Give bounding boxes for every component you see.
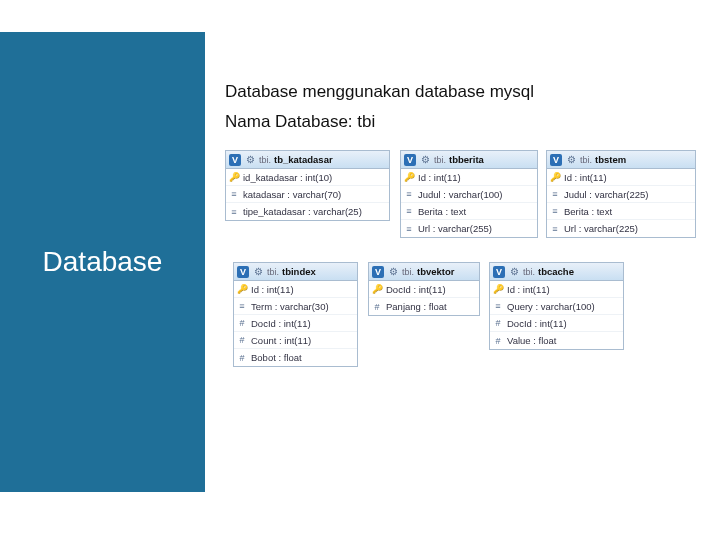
column-definition: id_katadasar : int(10) <box>243 172 332 183</box>
column-row: #Bobot : float <box>234 349 357 366</box>
schema-label: tbi. <box>580 155 592 165</box>
hash-icon: # <box>237 353 247 363</box>
column-row: 🔑Id : int(11) <box>234 281 357 298</box>
column-row: 🔑Id : int(11) <box>490 281 623 298</box>
column-row: ≡Url : varchar(225) <box>547 220 695 237</box>
column-row: #Count : int(11) <box>234 332 357 349</box>
hash-icon: # <box>237 318 247 328</box>
hash-icon: # <box>237 335 247 345</box>
column-definition: Id : int(11) <box>507 284 550 295</box>
schema-label: tbi. <box>434 155 446 165</box>
key-icon: 🔑 <box>493 284 503 294</box>
column-definition: Berita : text <box>564 206 612 217</box>
table-icon: V <box>237 266 249 278</box>
column-row: ≡Berita : text <box>401 203 537 220</box>
key-icon: 🔑 <box>237 284 247 294</box>
column-row: ≡Query : varchar(100) <box>490 298 623 315</box>
gear-icon: ⚙ <box>508 266 520 278</box>
schema-label: tbi. <box>402 267 414 277</box>
hash-icon: # <box>493 318 503 328</box>
text-icon: ≡ <box>493 301 503 311</box>
column-row: ≡Url : varchar(255) <box>401 220 537 237</box>
key-icon: 🔑 <box>372 284 382 294</box>
text-icon: ≡ <box>550 206 560 216</box>
schema-label: tbi. <box>523 267 535 277</box>
table-icon: V <box>493 266 505 278</box>
column-definition: DocId : int(11) <box>507 318 567 329</box>
table-icon: V <box>404 154 416 166</box>
gear-icon: ⚙ <box>387 266 399 278</box>
table-icon: V <box>229 154 241 166</box>
table-header: V⚙tbi.tbvektor <box>369 263 479 281</box>
column-definition: Id : int(11) <box>251 284 294 295</box>
table-name: tbcache <box>538 266 574 277</box>
column-row: ≡katadasar : varchar(70) <box>226 186 389 203</box>
text-icon: ≡ <box>404 224 414 234</box>
db-table-tbindex: V⚙tbi.tbindex🔑Id : int(11)≡Term : varcha… <box>233 262 358 367</box>
text-icon: ≡ <box>237 301 247 311</box>
column-row: 🔑Id : int(11) <box>547 169 695 186</box>
column-definition: katadasar : varchar(70) <box>243 189 341 200</box>
sidebar: Database <box>0 32 205 492</box>
column-definition: Judul : varchar(100) <box>418 189 502 200</box>
key-icon: 🔑 <box>229 172 239 182</box>
column-row: #DocId : int(11) <box>234 315 357 332</box>
schema-label: tbi. <box>259 155 271 165</box>
column-definition: Panjang : float <box>386 301 447 312</box>
table-header: V⚙tbi.tbcache <box>490 263 623 281</box>
db-table-tbcache: V⚙tbi.tbcache🔑Id : int(11)≡Query : varch… <box>489 262 624 350</box>
column-definition: Count : int(11) <box>251 335 311 346</box>
table-header: V⚙tbi.tbstem <box>547 151 695 169</box>
key-icon: 🔑 <box>404 172 414 182</box>
schema-diagram: V⚙tbi.tb_katadasar🔑id_katadasar : int(10… <box>225 150 705 450</box>
column-definition: Id : int(11) <box>418 172 461 183</box>
text-icon: ≡ <box>550 224 560 234</box>
table-name: tbberita <box>449 154 484 165</box>
table-name: tbstem <box>595 154 626 165</box>
text-icon: ≡ <box>404 189 414 199</box>
db-name: Nama Database: tbi <box>225 112 705 132</box>
content-area: Database menggunakan database mysql Nama… <box>225 82 705 450</box>
column-row: #Value : float <box>490 332 623 349</box>
db-table-tbberita: V⚙tbi.tbberita🔑Id : int(11)≡Judul : varc… <box>400 150 538 238</box>
gear-icon: ⚙ <box>565 154 577 166</box>
db-table-tbvektor: V⚙tbi.tbvektor🔑DocId : int(11)#Panjang :… <box>368 262 480 316</box>
column-row: ≡Berita : text <box>547 203 695 220</box>
sidebar-title: Database <box>43 246 163 278</box>
db-description: Database menggunakan database mysql <box>225 82 705 102</box>
column-definition: Judul : varchar(225) <box>564 189 648 200</box>
text-icon: ≡ <box>404 206 414 216</box>
schema-label: tbi. <box>267 267 279 277</box>
column-row: 🔑id_katadasar : int(10) <box>226 169 389 186</box>
table-name: tbvektor <box>417 266 454 277</box>
column-definition: Url : varchar(225) <box>564 223 638 234</box>
column-definition: tipe_katadasar : varchar(25) <box>243 206 362 217</box>
column-row: 🔑Id : int(11) <box>401 169 537 186</box>
column-definition: Id : int(11) <box>564 172 607 183</box>
table-name: tb_katadasar <box>274 154 333 165</box>
column-row: #Panjang : float <box>369 298 479 315</box>
gear-icon: ⚙ <box>419 154 431 166</box>
text-icon: ≡ <box>550 189 560 199</box>
column-definition: Query : varchar(100) <box>507 301 595 312</box>
table-name: tbindex <box>282 266 316 277</box>
column-row: ≡Judul : varchar(100) <box>401 186 537 203</box>
gear-icon: ⚙ <box>252 266 264 278</box>
hash-icon: # <box>372 302 382 312</box>
column-row: 🔑DocId : int(11) <box>369 281 479 298</box>
column-definition: Berita : text <box>418 206 466 217</box>
table-icon: V <box>372 266 384 278</box>
column-definition: DocId : int(11) <box>386 284 446 295</box>
column-definition: Term : varchar(30) <box>251 301 329 312</box>
table-header: V⚙tbi.tbberita <box>401 151 537 169</box>
db-table-tb_katadasar: V⚙tbi.tb_katadasar🔑id_katadasar : int(10… <box>225 150 390 221</box>
column-definition: Value : float <box>507 335 556 346</box>
key-icon: 🔑 <box>550 172 560 182</box>
text-icon: ≡ <box>229 207 239 217</box>
gear-icon: ⚙ <box>244 154 256 166</box>
column-row: ≡Judul : varchar(225) <box>547 186 695 203</box>
text-icon: ≡ <box>229 189 239 199</box>
table-header: V⚙tbi.tb_katadasar <box>226 151 389 169</box>
column-row: #DocId : int(11) <box>490 315 623 332</box>
column-definition: Url : varchar(255) <box>418 223 492 234</box>
